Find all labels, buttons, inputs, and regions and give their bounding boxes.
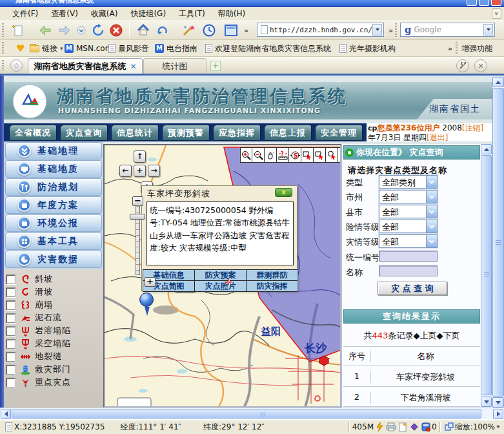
chevron-down-icon[interactable] (426, 220, 437, 232)
diamond-icon[interactable] (408, 422, 420, 431)
star-icon[interactable]: ☆ (10, 59, 23, 72)
karst-collapse-checkbox[interactable] (6, 326, 15, 336)
popup-command-button[interactable]: 防灾指挥 (247, 281, 297, 291)
menu-file[interactable]: 文件(F) (6, 7, 44, 21)
search-grip[interactable] (395, 23, 397, 37)
pan-up-button[interactable]: ↑ (134, 150, 146, 163)
new-tab-button[interactable]: + (210, 61, 221, 71)
chevron-down-icon[interactable] (426, 176, 437, 188)
scroll-down-icon[interactable] (492, 397, 504, 408)
zoom-slider-plus-button[interactable]: + (145, 277, 156, 287)
debris-flow-checkbox[interactable] (6, 313, 15, 323)
forward-icon[interactable] (57, 23, 72, 38)
page-scrollbar[interactable] (492, 77, 504, 408)
nav-tab-info-statistics[interactable]: 信息统计 (111, 125, 159, 141)
sidebar-item-basic-geology[interactable]: 基础地质 (5, 160, 102, 178)
favorites-heart-icon[interactable]: ♥ (16, 43, 25, 54)
tabbar-grip[interactable] (2, 60, 4, 71)
zoom-slider-handle[interactable] (130, 214, 145, 220)
popup-group-monitor-button[interactable]: 群测群防 (247, 270, 297, 280)
ground-fissure-checkbox[interactable] (6, 352, 15, 362)
landslide-checkbox[interactable] (6, 287, 15, 297)
tab-statistics[interactable]: 统计图 (143, 58, 207, 74)
collapse-chevron-icon[interactable]: » (492, 8, 501, 19)
next-page-link[interactable]: ◆下页 (436, 331, 459, 340)
address-bar[interactable]: http://dzzh.hndh.gov.cn/gr (257, 23, 384, 37)
menu-help[interactable]: 帮助(H) (212, 7, 251, 21)
pan-center-button[interactable]: + (134, 165, 146, 177)
slope-checkbox[interactable] (6, 274, 15, 284)
new-page-icon[interactable] (10, 23, 26, 38)
panel-scrollbar-thumb[interactable] (481, 155, 492, 395)
pan-hand-tool-button[interactable] (265, 147, 277, 163)
menu-favorites[interactable]: 收藏(A) (85, 7, 124, 21)
scroll-left-icon[interactable] (1, 409, 11, 419)
zoom-slider-minus-button[interactable]: − (132, 196, 143, 206)
zoom-dropdown-icon[interactable] (495, 426, 501, 428)
home-icon[interactable] (136, 23, 151, 38)
circle-select-tool-button[interactable] (326, 147, 338, 163)
logout-link[interactable]: [注销] (462, 123, 483, 132)
scroll-up-icon[interactable] (492, 77, 504, 87)
chevron-down-icon[interactable] (426, 205, 437, 218)
history-dropdown-icon[interactable] (76, 23, 86, 38)
enhance-grip[interactable] (456, 42, 458, 54)
nav-tab-forecast-warning[interactable]: 预测预警 (162, 125, 210, 141)
search-box[interactable]: g Google (400, 23, 495, 37)
type-select[interactable]: 全部类别 (379, 175, 438, 189)
nav-tab-province-overview[interactable]: 全省概况 (9, 125, 57, 141)
city-select[interactable]: 全部 (379, 190, 438, 203)
table-row[interactable]: 1车家坪变形斜坡 (343, 371, 480, 383)
page-scrollbar-thumb[interactable] (492, 88, 504, 397)
disaster-level-select[interactable]: 全部 (379, 234, 438, 248)
rescue-department-checkbox[interactable] (6, 365, 15, 375)
tab-main[interactable]: 湖南省地质灾害信息系统 ✕ (28, 58, 143, 74)
toolbar-grip[interactable] (2, 23, 4, 37)
map-pin-marker[interactable] (139, 293, 155, 318)
nav-tab-info-report[interactable]: 信息上报 (264, 125, 312, 141)
undo-icon[interactable] (155, 23, 170, 38)
panel-scrollbar[interactable] (481, 144, 492, 408)
bookmarks-overflow-chevron[interactable]: » (448, 45, 452, 53)
sidebar-item-basic-tools[interactable]: 基本工具 (5, 232, 102, 250)
collapse-checkbox[interactable] (6, 300, 15, 310)
sidebar-item-environment-bulletin[interactable]: 环境公报 (5, 214, 102, 232)
scale-tool-button[interactable]: S (289, 147, 301, 163)
exit-link[interactable]: [退出] (427, 133, 448, 142)
history-clock-icon[interactable] (201, 23, 217, 38)
sidebar-item-basic-geography[interactable]: 基础地理 (5, 142, 102, 160)
nav-tab-security-management[interactable]: 安全管理 (315, 125, 363, 141)
sidebar-item-disaster-data[interactable]: 灾害数据 (5, 251, 102, 268)
magic-wand-icon[interactable] (181, 23, 196, 38)
map-viewport[interactable]: 益阳 长沙 ? S ↑ ← + → ↓ (103, 144, 341, 408)
bookmark-baofeng[interactable]: 暴风影音 (108, 43, 149, 54)
horizontal-scrollbar[interactable] (0, 408, 504, 419)
url-text[interactable]: http://dzzh.hndh.gov.cn/gr (270, 26, 372, 34)
bookmark-welcome[interactable]: 欢迎登陆湖南省地质灾害信息系统 (205, 43, 331, 54)
bookmark-guangnian[interactable]: 光年摄影机构 (339, 43, 396, 54)
horizontal-scrollbar-thumb[interactable] (12, 409, 481, 418)
scroll-right-icon[interactable] (493, 409, 503, 419)
popup-photo-button[interactable]: 灾点照片 (195, 281, 246, 291)
menu-tools[interactable]: 工具(T) (173, 7, 211, 21)
zoom-level[interactable]: 缩放:100% (455, 422, 495, 433)
chevron-down-icon[interactable] (426, 235, 437, 247)
measure-tool-button[interactable]: ? (277, 147, 289, 163)
zoom-out-tool-button[interactable] (252, 147, 265, 163)
enhance-features[interactable]: 增强功能 (461, 43, 492, 54)
polygon-select-tool-button[interactable] (314, 147, 326, 163)
bookmark-links[interactable]: 链接▾ (30, 43, 63, 54)
popup-prevention-plan-button[interactable]: 防灾预案 (195, 270, 246, 280)
new-page-star-icon[interactable] (397, 422, 408, 432)
query-button[interactable]: 灾 点 查 询 (378, 282, 447, 295)
search-dropdown-button[interactable] (483, 24, 493, 36)
scroll-down-icon[interactable] (481, 397, 492, 407)
nav-tab-emergency-command[interactable]: 应急指挥 (213, 125, 261, 141)
minimize-button[interactable] (467, 0, 477, 6)
search-engine-label[interactable]: Google (414, 25, 484, 34)
popup-close-button[interactable]: x (275, 188, 292, 197)
zoom-in-tool-button[interactable] (240, 147, 252, 163)
back-icon[interactable] (37, 23, 53, 38)
menu-view[interactable]: 查看(V) (45, 7, 84, 21)
name-input[interactable] (379, 265, 438, 276)
